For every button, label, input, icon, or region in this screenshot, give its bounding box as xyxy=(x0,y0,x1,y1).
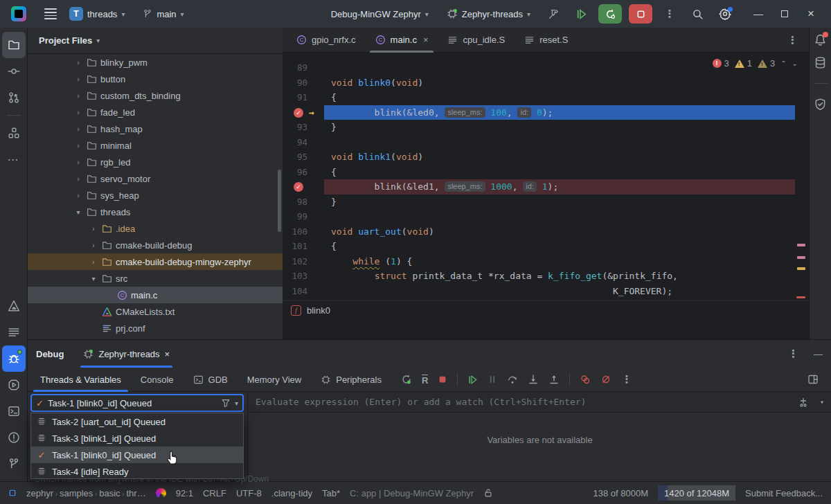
structure-tool-button[interactable] xyxy=(2,120,26,146)
tree-chevron-icon[interactable]: › xyxy=(73,142,83,150)
code-line-100[interactable]: 100void uart_out(void) xyxy=(283,224,795,240)
reset-button[interactable]: R xyxy=(422,375,428,385)
tree-item-cmake-build-debug[interactable]: ›cmake-build-debug xyxy=(28,237,283,253)
workspace-icon[interactable] xyxy=(8,489,17,497)
debug-tab-threads-variables[interactable]: Threads & Variables xyxy=(30,368,131,392)
filter-icon[interactable] xyxy=(221,398,231,408)
pause-button[interactable] xyxy=(488,375,497,384)
tree-chevron-icon[interactable]: ▾ xyxy=(73,208,83,216)
submit-feedback-link[interactable]: Submit Feedback... xyxy=(745,488,823,498)
code-line-98[interactable]: 98} xyxy=(283,195,795,210)
tree-chevron-icon[interactable]: › xyxy=(73,175,83,183)
breakpoint-icon[interactable]: ✓ xyxy=(294,182,303,192)
code-editor[interactable]: 8990void blink0(void)91{✓→ blink(&led0, … xyxy=(283,53,809,320)
breadcrumb-segment[interactable]: basic xyxy=(99,488,120,498)
unlocked-padlock-icon[interactable] xyxy=(483,488,493,498)
terminal-tool-button[interactable] xyxy=(2,398,26,424)
close-tab-icon[interactable]: × xyxy=(423,35,429,45)
editor-tab-reset-s[interactable]: reset.S xyxy=(515,28,578,53)
line-separator[interactable]: CRLF xyxy=(203,488,226,498)
step-over-button[interactable] xyxy=(507,374,518,385)
project-widget[interactable]: T threads ▾ xyxy=(64,4,130,24)
debug-session-selector[interactable]: Zephyr-threads ▾ xyxy=(441,6,536,22)
step-out-button[interactable] xyxy=(548,374,560,385)
step-into-button[interactable] xyxy=(528,374,539,385)
tree-chevron-icon[interactable]: › xyxy=(73,109,83,116)
tree-chevron-icon[interactable]: › xyxy=(73,125,83,133)
indent-status[interactable]: Tab* xyxy=(322,488,340,498)
view-breakpoints-button[interactable] xyxy=(580,374,591,385)
debug-tab-console[interactable]: Console xyxy=(131,368,184,392)
cmake-tool-button[interactable] xyxy=(2,293,26,319)
tree-item-minimal[interactable]: ›minimal xyxy=(28,137,283,154)
code-line-90[interactable]: 90void blink0(void) xyxy=(283,75,795,91)
close-icon[interactable]: × xyxy=(165,349,170,359)
tree-item-cmakelists-txt[interactable]: CMakeLists.txt xyxy=(28,303,283,320)
tree-item-hash-map[interactable]: ›hash_map xyxy=(28,120,283,137)
mute-breakpoints-button[interactable] xyxy=(600,374,611,385)
git-tool-button[interactable] xyxy=(2,451,26,477)
editor-tab-cpu-idle-s[interactable]: cpu_idle.S xyxy=(438,28,515,53)
debug-tab-gdb[interactable]: GDB xyxy=(184,368,238,392)
tree-item-fade-led[interactable]: ›fade_led xyxy=(28,104,283,120)
tree-item-blinky-pwm[interactable]: ›blinky_pwm xyxy=(28,54,283,71)
tree-chevron-icon[interactable]: › xyxy=(73,75,83,83)
project-scrollbar[interactable] xyxy=(278,170,281,232)
code-line-96[interactable]: 96{ xyxy=(283,165,795,180)
project-panel-title[interactable]: Project Files xyxy=(39,35,92,46)
run-context[interactable]: C: app | Debug-MinGW Zephyr xyxy=(350,488,474,498)
close-window-button[interactable]: × xyxy=(798,0,824,28)
problems-tool-button[interactable] xyxy=(2,424,26,451)
debug-options-menu[interactable]: ⋮ xyxy=(788,348,798,360)
main-menu-icon[interactable] xyxy=(44,8,57,19)
tree-item-sys-heap[interactable]: ›sys_heap xyxy=(28,187,283,204)
vcs-branch-widget[interactable]: main ▾ xyxy=(137,6,189,22)
tree-item-rgb-led[interactable]: ›rgb_led xyxy=(28,154,283,170)
qodana-shield-button[interactable] xyxy=(814,98,827,111)
tree-item-servo-motor[interactable]: ›servo_motor xyxy=(28,170,283,187)
tree-chevron-icon[interactable]: › xyxy=(89,258,98,266)
memory-indicator[interactable]: 1420 of 12048M xyxy=(658,485,735,501)
caret-position[interactable]: 92:1 xyxy=(176,488,193,498)
tree-item-cmake-build-debug-mingw-zephyr[interactable]: ›cmake-build-debug-mingw-zephyr xyxy=(28,253,283,270)
prev-problem-icon[interactable]: ⌃ xyxy=(780,60,786,67)
code-line-102[interactable]: 102 while (1) { xyxy=(283,254,795,269)
toolbar-more-menu[interactable]: ⋮ xyxy=(621,373,632,386)
pull-requests-tool-button[interactable] xyxy=(2,84,26,111)
debug-tab-memory-view[interactable]: Memory View xyxy=(238,368,312,392)
maximize-window-button[interactable] xyxy=(771,0,798,28)
thread-option[interactable]: Task-4 [idle] Ready xyxy=(31,463,243,480)
editor-tab-main-c[interactable]: Cmain.c× xyxy=(366,28,438,53)
tree-item-button[interactable]: ›button xyxy=(28,71,283,87)
tree-item-prj-conf[interactable]: prj.conf xyxy=(28,320,283,336)
stop-button-small[interactable] xyxy=(438,375,447,384)
breakpoint-icon[interactable]: ✓ xyxy=(294,108,303,118)
tree-chevron-icon[interactable]: › xyxy=(73,159,83,166)
tree-item-src[interactable]: ▾src xyxy=(28,270,283,287)
stop-button[interactable] xyxy=(629,4,652,24)
code-line-104[interactable]: 104 K_FOREVER); xyxy=(283,284,795,299)
thread-option[interactable]: Task-2 [uart_out_id] Queued xyxy=(31,413,243,430)
more-actions-menu[interactable]: ⋮ xyxy=(659,3,680,24)
tree-chevron-icon[interactable]: › xyxy=(73,192,83,199)
editor-tab-gpio-nrfx-c[interactable]: Cgpio_nrfx.c xyxy=(287,28,366,53)
tree-chevron-icon[interactable]: › xyxy=(89,242,98,249)
code-line-101[interactable]: 101{ xyxy=(283,239,795,254)
tree-item--idea[interactable]: ›.idea xyxy=(28,220,283,237)
chevron-down-icon[interactable]: ▾ xyxy=(820,398,824,406)
thread-option[interactable]: Task-3 [blink1_id] Queued xyxy=(31,430,243,447)
code-line-95[interactable]: 95void blink1(void) xyxy=(283,150,795,165)
code-line-97[interactable]: ✓ blink(&led1, sleep_ms: 1000, id: 1); xyxy=(283,179,795,195)
thread-option[interactable]: ✓Task-1 [blink0_id] Queued xyxy=(31,447,243,463)
settings-button[interactable] xyxy=(715,3,735,24)
heap-indicator[interactable]: 138 of 8000M xyxy=(593,488,648,498)
code-line-93[interactable]: 93} xyxy=(283,120,795,135)
next-problem-icon[interactable]: ⌄ xyxy=(792,60,798,67)
hide-panel-button[interactable]: — xyxy=(814,349,823,359)
thread-selector-combobox[interactable]: ✓ Task-1 [blink0_id] Queued ▾ xyxy=(30,394,244,412)
inspections-widget[interactable]: !3 1 3 ⌃ ⌄ xyxy=(713,58,798,69)
tree-item-main-c[interactable]: Cmain.c xyxy=(28,287,283,303)
more-tool-windows-button[interactable]: ⋯ xyxy=(2,146,26,172)
code-line-99[interactable]: 99 xyxy=(283,209,795,224)
commit-tool-button[interactable] xyxy=(2,58,26,84)
